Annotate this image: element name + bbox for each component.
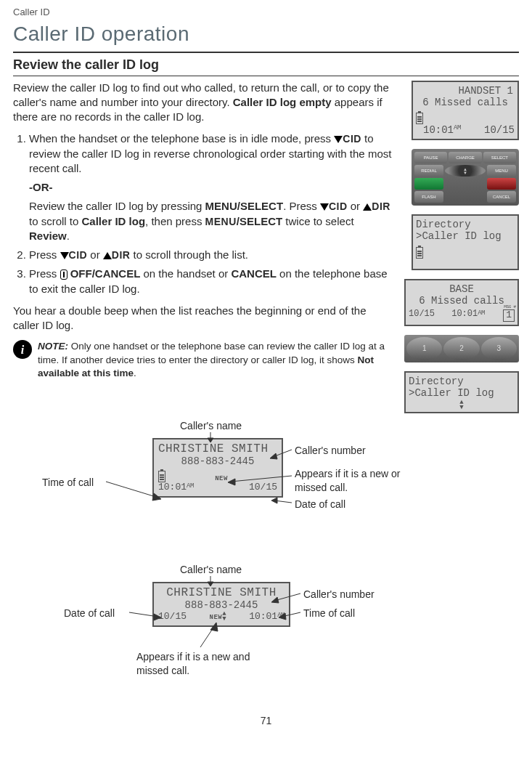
up-arrow-icon bbox=[363, 203, 372, 211]
svg-line-3 bbox=[274, 500, 292, 503]
key-pause: PAUSE bbox=[414, 152, 447, 163]
label-callers-number: Caller's number bbox=[303, 588, 375, 601]
label-new-and-missed: Appears if it is a new and missed call. bbox=[136, 650, 267, 678]
key-3: 3 bbox=[481, 337, 517, 360]
phone-off-icon bbox=[60, 270, 67, 280]
dpad-icon bbox=[445, 165, 486, 177]
lcd-base-menu: Directory >Caller ID log ▲▼ bbox=[404, 371, 519, 413]
msg-count-box: 1 bbox=[503, 309, 515, 322]
key-redial: REDIAL bbox=[414, 165, 443, 177]
section-heading: Review the caller ID log bbox=[13, 56, 519, 73]
step-2: Press CID or DIR to scroll through the l… bbox=[29, 248, 394, 262]
key-menu: MENU bbox=[487, 165, 516, 177]
step-3: Press OFF/CANCEL on the handset or CANCE… bbox=[29, 267, 394, 296]
down-arrow-icon bbox=[334, 136, 343, 143]
down-arrow-icon bbox=[60, 252, 69, 259]
info-icon: i bbox=[13, 340, 32, 359]
key-cancel: CANCEL bbox=[487, 191, 516, 203]
key-off bbox=[487, 178, 516, 190]
label-callers-name: Caller's name bbox=[180, 419, 242, 433]
rule-thin bbox=[13, 76, 519, 76]
key-2: 2 bbox=[443, 337, 479, 360]
step-1: When the handset or the telephone base i… bbox=[29, 131, 394, 243]
key-1: 1 bbox=[406, 337, 442, 360]
label-callers-name: Caller's name bbox=[180, 563, 242, 577]
up-arrow-icon bbox=[103, 252, 112, 259]
down-arrow-icon bbox=[320, 203, 329, 211]
svg-line-4 bbox=[106, 482, 158, 498]
label-time-of-call: Time of call bbox=[42, 476, 94, 490]
svg-line-9 bbox=[200, 625, 215, 647]
label-date-of-call: Date of call bbox=[295, 498, 345, 511]
page-number: 71 bbox=[13, 714, 519, 728]
battery-icon bbox=[416, 247, 423, 259]
updown-arrows-icon: ▲▼ bbox=[222, 612, 226, 622]
lcd-handset-idle: HANDSET 1 6 Missed calls 10:01AM 10/15 bbox=[412, 81, 519, 141]
key-charge: CHARGE bbox=[449, 152, 481, 163]
section-tab: Caller ID bbox=[13, 6, 519, 19]
label-date-of-call: Date of call bbox=[64, 607, 115, 620]
base-keypad-illustration: 1 2 3 bbox=[404, 335, 519, 362]
key-select: SELECT bbox=[483, 152, 516, 163]
lcd-cid-detail-base: CHRISTINE SMITH 888-883-2445 10/15 NEW▲▼… bbox=[152, 582, 290, 627]
lcd-handset-menu: Directory >Caller ID log bbox=[412, 214, 519, 270]
label-callers-number: Caller's number bbox=[295, 444, 366, 458]
intro-paragraph: Review the caller ID log to find out who… bbox=[13, 81, 394, 125]
tail-paragraph: You hear a double beep when the list rea… bbox=[13, 304, 394, 333]
lcd-cid-detail-handset: CHRISTINE SMITH 888-883-2445 NEW 10:01AM… bbox=[152, 438, 283, 498]
note-block: i NOTE: Only one handset or the telephon… bbox=[13, 340, 394, 380]
key-flash: FLASH bbox=[414, 191, 443, 203]
key-talk bbox=[414, 178, 443, 190]
body-text: Review the caller ID log to find out who… bbox=[13, 81, 394, 413]
handset-keypad-illustration: PAUSE CHARGE SELECT REDIAL MENU FLASH CA… bbox=[412, 149, 519, 206]
lcd-base-idle: BASE 6 Missed calls 10/15 10:01AM 1 bbox=[404, 279, 519, 326]
label-new-or-missed: Appears if it is a new or missed call. bbox=[295, 467, 433, 495]
page-title: Caller ID operation bbox=[13, 20, 519, 48]
label-time-of-call: Time of call bbox=[303, 607, 355, 620]
battery-icon bbox=[158, 471, 165, 482]
battery-icon bbox=[416, 113, 423, 124]
rule-thick bbox=[13, 52, 519, 53]
